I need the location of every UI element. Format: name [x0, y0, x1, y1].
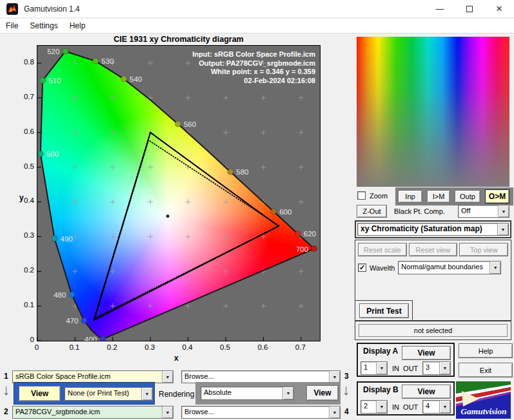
- chevron-down-icon[interactable]: ▼: [329, 371, 340, 383]
- flow-down-arrow-left: ↓: [3, 383, 10, 396]
- o-to-m-button[interactable]: O>M: [485, 189, 509, 204]
- black-pt-comp-select[interactable]: Off ▼: [458, 205, 509, 218]
- display-a-in-select[interactable]: 1 ▼: [361, 361, 388, 375]
- x-axis-label: x: [174, 354, 179, 363]
- y-tick-label: 0.6: [17, 128, 34, 135]
- boundaries-select[interactable]: Normal/gamut boundaries ▼: [398, 261, 501, 274]
- display-b-inout-label: IN OUT: [392, 403, 418, 411]
- map-type-select[interactable]: xy Chromaticity (Saturation map) ▼: [357, 223, 509, 236]
- wavelength-label: 620: [304, 230, 316, 238]
- grid-plus-mark: [72, 199, 77, 204]
- chevron-down-icon[interactable]: ▼: [141, 388, 152, 400]
- wavelth-label: Wavelth: [370, 264, 395, 272]
- minimize-button[interactable]: —: [425, 0, 455, 17]
- display-a-inout-label: IN OUT: [392, 365, 418, 372]
- y-tick-label: 0.3: [17, 231, 34, 239]
- wavelength-label: 600: [279, 208, 292, 216]
- y-tick-label: 0.8: [17, 58, 34, 66]
- wavelength-dot: [69, 292, 75, 298]
- browse-1-select[interactable]: Browse... ▼: [181, 370, 341, 383]
- grid-plus-mark: [261, 130, 266, 135]
- input-profile-select[interactable]: sRGB Color Space Profile.icm ▼: [12, 370, 173, 383]
- rendering-intent-select[interactable]: Absolute ▼: [201, 387, 294, 400]
- view-input-button[interactable]: View: [19, 386, 61, 401]
- maximize-button[interactable]: [455, 0, 484, 17]
- display-b-title: Display B: [363, 385, 399, 394]
- z-out-button[interactable]: Z-Out: [357, 205, 387, 218]
- print-test-button[interactable]: Print Test: [359, 303, 409, 318]
- grid-plus-mark: [186, 61, 191, 66]
- wavelength-label: 510: [48, 77, 61, 84]
- wavelength-dot: [311, 246, 317, 252]
- close-button[interactable]: ✕: [484, 0, 514, 17]
- display-b-in-select[interactable]: 2 ▼: [361, 400, 388, 414]
- grid-plus-mark: [223, 199, 228, 204]
- chevron-down-icon[interactable]: ▼: [439, 401, 450, 413]
- grid-plus-mark: [148, 61, 153, 66]
- display-b-view-button[interactable]: View: [402, 385, 451, 399]
- chevron-down-icon[interactable]: ▼: [376, 362, 387, 374]
- zoom-checkbox[interactable]: [357, 191, 366, 200]
- grid-plus-mark: [148, 303, 153, 309]
- menu-help[interactable]: Help: [64, 20, 92, 32]
- chevron-down-icon[interactable]: ▼: [439, 362, 450, 374]
- wavelength-dot: [40, 77, 46, 83]
- wavelength-label: 400: [84, 336, 97, 341]
- browse-2-select[interactable]: Browse... ▼: [181, 406, 341, 419]
- chevron-down-icon[interactable]: ▼: [489, 262, 500, 274]
- black-pt-comp-label: Black Pt. Comp.: [394, 207, 445, 215]
- chevron-down-icon[interactable]: ▼: [498, 205, 509, 217]
- i-to-m-button[interactable]: I>M: [427, 190, 450, 203]
- wavelength-label: 470: [66, 317, 78, 325]
- display-a-out-select[interactable]: 3 ▼: [422, 361, 451, 375]
- reset-view-button[interactable]: Reset view: [409, 243, 458, 256]
- wavelength-label: 480: [54, 291, 66, 299]
- status-text: not selected: [359, 324, 508, 337]
- chevron-down-icon[interactable]: ▼: [497, 224, 508, 235]
- wavelength-label: 490: [61, 235, 73, 243]
- menu-settings[interactable]: Settings: [24, 20, 63, 32]
- reset-scale-button[interactable]: Reset scale: [358, 243, 407, 256]
- plot-annotation: Input: sRGB Color Space Profile.icmOutpu…: [192, 50, 315, 85]
- help-button[interactable]: Help: [459, 343, 513, 358]
- grid-plus-mark: [223, 234, 228, 239]
- wavelth-checkbox[interactable]: ✓: [358, 263, 366, 272]
- wavelength-label: 520: [47, 48, 59, 55]
- top-view-button[interactable]: Top view: [459, 243, 508, 256]
- menu-file[interactable]: File: [0, 20, 24, 32]
- wavelength-dot: [100, 336, 106, 341]
- chevron-down-icon[interactable]: ▼: [376, 401, 387, 413]
- view-output-button[interactable]: View: [306, 385, 339, 401]
- chevron-down-icon[interactable]: ▼: [329, 406, 340, 418]
- plot-overlay: 4004704804905005105205305405605806006207…: [37, 46, 320, 341]
- chevron-down-icon[interactable]: ▼: [162, 406, 173, 418]
- intent-select[interactable]: None (or Print Test) ▼: [64, 387, 153, 401]
- y-tick-label: 0.5: [17, 162, 34, 170]
- grid-plus-mark: [110, 165, 115, 170]
- chevron-down-icon[interactable]: ▼: [282, 387, 293, 399]
- display-b-out-select[interactable]: 4 ▼: [422, 400, 451, 414]
- chevron-down-icon[interactable]: ▼: [162, 371, 173, 383]
- inp-button[interactable]: Inp: [398, 190, 422, 203]
- chromaticity-plot[interactable]: 4004704804905005105205305405605806006207…: [37, 45, 321, 341]
- grid-plus-mark: [299, 165, 304, 170]
- grid-plus-mark: [223, 130, 228, 135]
- wavelength-label: 500: [46, 150, 59, 158]
- saturation-map-preview[interactable]: [357, 37, 509, 187]
- white-point-marker: [166, 215, 170, 218]
- wavelength-dot: [63, 48, 68, 54]
- minimize-icon: —: [436, 4, 444, 14]
- slot-4-label: 4: [344, 407, 349, 416]
- grid-plus-mark: [72, 234, 77, 239]
- status-panel: not selected: [355, 321, 511, 340]
- wavelength-label: 560: [184, 120, 196, 128]
- output-profile-select[interactable]: PA278CGV_srgbmode.icm ▼: [12, 406, 173, 419]
- wavelength-dot: [175, 121, 181, 127]
- exit-button[interactable]: Exit: [459, 363, 513, 377]
- wavelength-dot: [121, 76, 127, 82]
- gamutvision-logo: Gamutvision: [456, 381, 511, 419]
- display-a-view-button[interactable]: View: [402, 346, 451, 360]
- outp-button[interactable]: Outp: [455, 190, 480, 203]
- wavelength-dot: [93, 58, 99, 64]
- grid-plus-mark: [186, 95, 191, 100]
